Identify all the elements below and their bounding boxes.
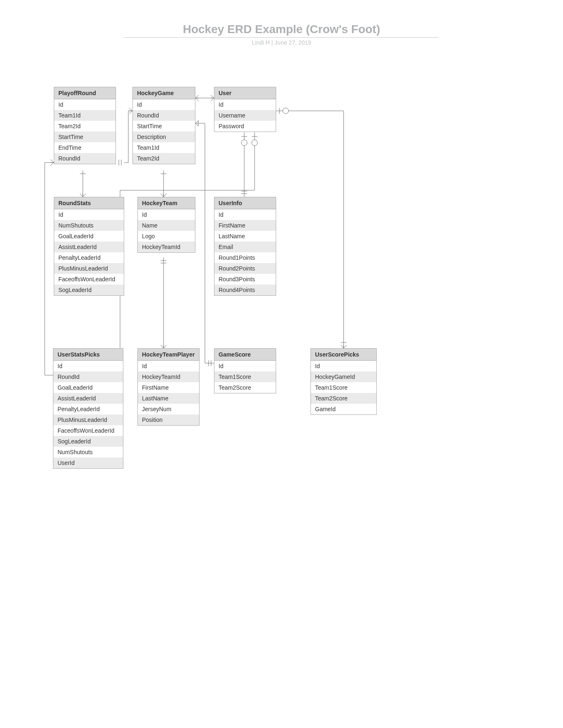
- field: FirstName: [214, 220, 276, 231]
- svg-point-37: [241, 140, 247, 146]
- entity-game-score[interactable]: GameScore Id Team1Score Team2Score: [214, 348, 276, 393]
- entity-user-score-picks[interactable]: UserScorePicks Id HockeyGameId Team1Scor…: [310, 348, 377, 415]
- field: Round2Points: [214, 263, 276, 274]
- svg-line-22: [211, 95, 214, 98]
- field: Round3Points: [214, 274, 276, 285]
- entity-playoff-round[interactable]: PlayoffRound Id Team1Id Team2Id StartTim…: [54, 87, 116, 164]
- field: Team1Id: [133, 142, 195, 153]
- svg-line-26: [195, 120, 199, 123]
- field: PlusMinusLeaderId: [53, 414, 123, 425]
- svg-line-7: [83, 194, 86, 197]
- entity-header: HockeyGame: [133, 87, 195, 99]
- field: Team1Score: [214, 371, 276, 382]
- entity-header: User: [214, 87, 276, 99]
- field: HockeyTeamId: [138, 242, 195, 252]
- svg-line-48: [341, 345, 344, 348]
- field: Id: [138, 209, 195, 220]
- field: RoundId: [54, 153, 115, 164]
- field: Id: [214, 99, 276, 110]
- field: GoalLeaderId: [53, 382, 123, 393]
- field: FaceoffsWonLeaderId: [53, 425, 123, 436]
- field: Team2Score: [214, 382, 276, 393]
- entity-header: PlayoffRound: [54, 87, 115, 99]
- field: Email: [214, 242, 276, 252]
- field: Description: [133, 132, 195, 142]
- svg-line-23: [211, 98, 214, 101]
- field: RoundId: [53, 371, 123, 382]
- field: HockeyTeamId: [138, 371, 199, 382]
- field: GameId: [311, 404, 376, 414]
- field: GoalLeaderId: [54, 231, 124, 242]
- entity-hockey-game[interactable]: HockeyGame Id RoundId StartTime Descript…: [132, 87, 195, 164]
- page-subtitle: Lindi H | June 27, 2019: [0, 39, 563, 46]
- entity-hockey-team[interactable]: HockeyTeam Id Name Logo HockeyTeamId: [137, 197, 195, 253]
- svg-line-20: [195, 98, 199, 101]
- field: EndTime: [54, 142, 115, 153]
- entity-round-stats[interactable]: RoundStats Id NumShutouts GoalLeaderId A…: [54, 197, 124, 296]
- entity-header: UserScorePicks: [311, 349, 376, 361]
- field: Round1Points: [214, 252, 276, 263]
- field: Id: [138, 361, 199, 371]
- field: Username: [214, 110, 276, 121]
- field: Team2Id: [133, 153, 195, 164]
- field: SogLeaderId: [54, 285, 124, 295]
- svg-line-11: [51, 163, 54, 165]
- page-title: Hockey ERD Example (Crow's Foot): [0, 23, 563, 36]
- field: AssistLeaderId: [53, 393, 123, 404]
- field: StartTime: [133, 121, 195, 132]
- field: Id: [53, 361, 123, 371]
- field: Logo: [138, 231, 195, 242]
- svg-line-49: [344, 345, 346, 348]
- entity-header: UserStatsPicks: [53, 349, 123, 361]
- field: Id: [133, 99, 195, 110]
- svg-point-41: [252, 140, 257, 146]
- field: LastName: [138, 393, 199, 404]
- entity-user-stats-picks[interactable]: UserStatsPicks Id RoundId GoalLeaderId A…: [53, 348, 123, 469]
- field: Team2Score: [311, 393, 376, 404]
- field: Id: [214, 361, 276, 371]
- svg-line-32: [164, 345, 166, 348]
- svg-point-46: [283, 108, 289, 114]
- entity-user[interactable]: User Id Username Password: [214, 87, 276, 132]
- entity-header: HockeyTeamPlayer: [138, 349, 199, 361]
- field: RoundId: [133, 110, 195, 121]
- entity-user-info[interactable]: UserInfo Id FirstName LastName Email Rou…: [214, 197, 276, 296]
- field: Name: [138, 220, 195, 231]
- svg-line-19: [195, 95, 199, 98]
- field: FirstName: [138, 382, 199, 393]
- field: Position: [138, 414, 199, 425]
- svg-line-27: [195, 123, 199, 126]
- entity-hockey-team-player[interactable]: HockeyTeamPlayer Id HockeyTeamId FirstNa…: [137, 348, 200, 426]
- field: StartTime: [54, 132, 115, 142]
- field: Id: [54, 99, 115, 110]
- field: Password: [214, 121, 276, 132]
- svg-line-0: [129, 108, 132, 111]
- field: SogLeaderId: [53, 436, 123, 447]
- field: Id: [311, 361, 376, 371]
- svg-line-1: [129, 111, 132, 114]
- field: HockeyGameId: [311, 371, 376, 382]
- field: Team2Id: [54, 121, 115, 132]
- entity-header: RoundStats: [54, 197, 124, 209]
- field: NumShutouts: [54, 220, 124, 231]
- field: AssistLeaderId: [54, 242, 124, 252]
- svg-line-15: [164, 194, 166, 197]
- svg-line-6: [80, 194, 83, 197]
- field: NumShutouts: [53, 447, 123, 457]
- entity-header: GameScore: [214, 349, 276, 361]
- svg-line-14: [161, 194, 164, 197]
- field: JerseyNum: [138, 404, 199, 414]
- svg-line-31: [161, 345, 164, 348]
- field: Round4Points: [214, 285, 276, 295]
- entity-header: UserInfo: [214, 197, 276, 209]
- entity-header: HockeyTeam: [138, 197, 195, 209]
- diagram-canvas: Hockey ERD Example (Crow's Foot) Lindi H…: [0, 0, 563, 728]
- title-divider: [124, 37, 439, 38]
- field: PenaltyLeaderId: [54, 252, 124, 263]
- svg-line-10: [51, 160, 54, 163]
- field: LastName: [214, 231, 276, 242]
- field: PlusMinusLeaderId: [54, 263, 124, 274]
- field: FaceoffsWonLeaderId: [54, 274, 124, 285]
- field: UserId: [53, 457, 123, 468]
- field: Team1Score: [311, 382, 376, 393]
